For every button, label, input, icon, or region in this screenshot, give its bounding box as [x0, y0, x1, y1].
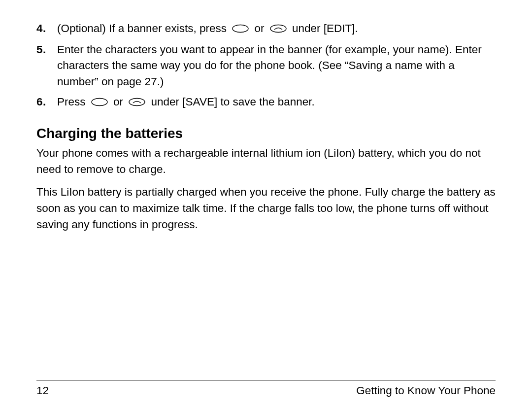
step-number: 5.: [36, 42, 57, 90]
text-fragment: Press: [57, 96, 89, 108]
oval-button-up-icon: [269, 22, 287, 38]
text-fragment: under [SAVE] to save the banner.: [151, 96, 315, 108]
step-body: Enter the characters you want to appear …: [57, 42, 496, 90]
paragraph: This LiIon battery is partially charged …: [36, 184, 496, 233]
svg-point-2: [92, 98, 107, 105]
step-6: 6. Press or under [SAVE] to save the ban…: [36, 94, 496, 111]
svg-point-0: [233, 25, 248, 33]
page-footer: 12 Getting to Know Your Phone: [36, 380, 496, 397]
svg-point-1: [270, 25, 286, 33]
step-body: (Optional) If a banner exists, press or …: [57, 21, 496, 38]
text-fragment: under [EDIT].: [292, 22, 358, 34]
step-number: 6.: [36, 94, 57, 111]
step-number: 4.: [36, 21, 57, 38]
paragraph: Your phone comes with a rechargeable int…: [36, 145, 496, 177]
step-5: 5. Enter the characters you want to appe…: [36, 42, 496, 90]
text-or: or: [254, 22, 267, 34]
oval-button-plain-icon: [232, 22, 249, 38]
text-fragment: (Optional) If a banner exists, press: [57, 22, 230, 34]
svg-point-3: [129, 98, 145, 105]
instruction-list: 4. (Optional) If a banner exists, press …: [36, 21, 496, 111]
section-heading: Charging the batteries: [36, 126, 496, 141]
section-title: Getting to Know Your Phone: [356, 384, 496, 397]
step-body: Press or under [SAVE] to save the banner…: [57, 94, 496, 111]
oval-button-up-icon: [128, 95, 146, 111]
manual-page: 4. (Optional) If a banner exists, press …: [0, 0, 532, 411]
page-number: 12: [36, 384, 49, 397]
text-or: or: [113, 96, 126, 108]
step-4: 4. (Optional) If a banner exists, press …: [36, 21, 496, 38]
oval-button-plain-icon: [91, 95, 108, 111]
